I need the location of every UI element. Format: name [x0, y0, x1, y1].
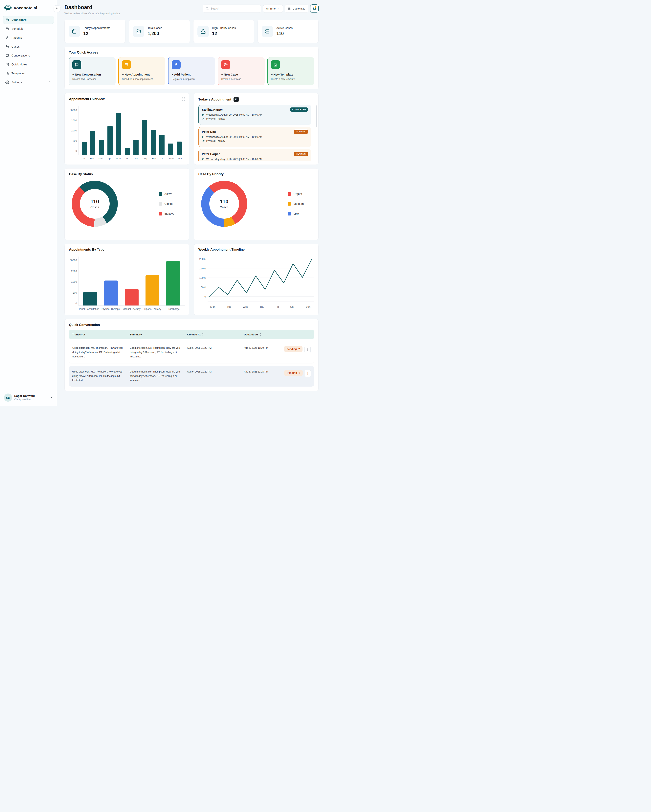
stat-card: Active Cases 110 — [258, 20, 319, 43]
y-tick-label: 0 — [204, 295, 206, 298]
calendar-icon — [122, 60, 131, 69]
weekly-timeline-card: Weekly Appointment Timeline 050%100%150%… — [194, 244, 319, 315]
gear-icon — [5, 81, 9, 84]
x-tick-label: Initial Consultation — [79, 307, 99, 311]
appointment-type: Physical Therapy — [206, 140, 226, 142]
sort-icon[interactable] — [202, 333, 204, 336]
scrollbar-thumb[interactable] — [316, 105, 317, 127]
quick-access-title-label: + Add Patient — [172, 73, 212, 76]
row-menu-button[interactable]: ⋮ — [305, 370, 311, 377]
chevron-down-icon — [277, 7, 280, 10]
bar — [177, 142, 182, 155]
avatar: SD — [4, 394, 12, 401]
appointment-type: Physical Therapy — [206, 118, 226, 120]
appointment-item[interactable]: Peter Harper PENDING Wednesday, August 2… — [198, 149, 311, 161]
row-menu-button[interactable]: ⋮ — [305, 346, 311, 353]
column-header[interactable]: Updated At — [244, 333, 281, 336]
sidebar-item-dashboard[interactable]: Dashboard — [3, 16, 54, 24]
bar — [99, 140, 104, 155]
search-input[interactable] — [210, 7, 258, 10]
quick-access-new-appointment[interactable]: + New Appointment Schedule a new appoint… — [118, 57, 165, 85]
sidebar-item-templates[interactable]: Templates — [3, 69, 54, 77]
app-logo-text: vocanote.ai — [14, 6, 37, 10]
customize-button[interactable]: Customize — [285, 5, 308, 13]
time-filter-select[interactable]: All Time — [263, 5, 283, 13]
legend-item: Closed — [159, 202, 174, 206]
line-chart-plot — [207, 257, 314, 303]
appointment-item[interactable]: Peter Doe PENDING Wednesday, August 20, … — [198, 127, 311, 147]
created-at-cell: Aug 6, 2025 11:20 PM — [187, 370, 244, 374]
appointment-count-badge: 12 — [233, 97, 239, 102]
chart-title: Case By Status — [69, 172, 185, 176]
sidebar-item-label: Quick Notes — [12, 63, 27, 66]
status-badge[interactable]: Pending ? — [284, 370, 303, 376]
bar-chart-plot — [78, 256, 185, 306]
quick-access-subtitle: Register a new patient — [172, 78, 212, 81]
bar — [166, 261, 180, 305]
legend-swatch — [288, 212, 291, 215]
patient-name: Peter Doe — [202, 130, 216, 133]
quick-access-add-patient[interactable]: + Add Patient Register a new patient — [168, 57, 215, 85]
status-badge: PENDING — [294, 130, 308, 134]
sort-icon[interactable] — [259, 333, 261, 336]
y-tick-label: 2000 — [71, 119, 77, 122]
stat-card: High Priority Cases 12 — [193, 20, 254, 43]
sidebar-item-cases[interactable]: Cases — [3, 43, 54, 50]
chat-icon — [5, 54, 9, 58]
legend-label: Inactive — [165, 212, 174, 215]
folder-open-icon — [133, 26, 144, 37]
legend-item: Low — [288, 212, 304, 215]
updated-at-cell: Aug 6, 2025 11:20 PM — [244, 370, 281, 374]
notifications-button[interactable] — [310, 5, 319, 13]
status-badge[interactable]: Pending ? — [284, 346, 302, 352]
y-tick-label: 2000 — [71, 269, 77, 272]
column-label: Transcript — [72, 333, 85, 336]
chart-title: Weekly Appointment Timeline — [198, 247, 314, 251]
quick-access-title-label: + New Template — [271, 73, 311, 76]
user-menu[interactable]: SD Sagar Daswani Clarity Health AI — [0, 390, 57, 406]
quick-access-subtitle: Create a new template — [271, 78, 311, 81]
drag-handle-icon[interactable] — [182, 97, 185, 101]
calendar-icon — [202, 113, 205, 116]
created-at-cell: Aug 6, 2025 11:20 PM — [187, 346, 244, 350]
x-tick-label: Sep — [149, 157, 158, 160]
server-icon — [262, 26, 273, 37]
help-icon: ? — [298, 348, 300, 351]
syringe-icon — [202, 140, 205, 142]
case-by-status-donut: 110 Cases — [72, 181, 118, 227]
status-badge: COMPLETED — [290, 107, 308, 111]
quick-access-new-template[interactable]: + New Template Create a new template — [267, 57, 314, 85]
stat-cards: Today's Appointments 12 Total Cases 1,20… — [64, 20, 319, 43]
appointment-item[interactable]: Stellina Harper COMPLETED Wednesday, Aug… — [198, 105, 311, 125]
case-by-status-card: Case By Status 110 Cases Active Closed I… — [64, 168, 189, 240]
x-tick-label: Feb — [87, 157, 96, 160]
quick-access-new-case[interactable]: + New Case Create a new case — [218, 57, 264, 85]
column-label: Updated At — [244, 333, 258, 336]
patient-name: Peter Harper — [202, 152, 220, 156]
bar — [133, 140, 139, 155]
y-axis: 050%100%150%200% — [198, 257, 207, 303]
chevron-right-icon — [49, 81, 51, 84]
transcript-cell: Good afternoon, Ms. Thompson. How are yo… — [72, 370, 130, 383]
sidebar-item-label: Schedule — [12, 27, 23, 31]
table-row: Good afternoon, Ms. Thompson. How are yo… — [69, 366, 314, 387]
sidebar-item-schedule[interactable]: Schedule — [3, 25, 54, 33]
legend-swatch — [159, 192, 162, 196]
x-tick-label: Sat — [290, 305, 294, 308]
donut-center-value: 110 — [90, 198, 99, 205]
sidebar-item-label: Templates — [12, 72, 24, 75]
quick-conversation-section: Quick Conversation Transcript Summary Cr… — [64, 319, 319, 391]
sidebar-collapse-button[interactable] — [54, 5, 60, 12]
x-tick-label: Jun — [123, 157, 132, 160]
sidebar-item-conversations[interactable]: Conversations — [3, 52, 54, 60]
bar — [151, 130, 156, 155]
sidebar-item-settings[interactable]: Settings — [3, 78, 54, 86]
sidebar-item-patients[interactable]: Patients — [3, 34, 54, 42]
appointment-datetime: Wednesday, August 20, 2025 | 9:00 AM - 1… — [206, 158, 262, 160]
y-axis: 02001000200050000 — [69, 256, 78, 306]
quick-access-new-conversation[interactable]: + New Conversation Record and Transcribe — [69, 57, 116, 85]
sidebar-nav: Dashboard Schedule Patients Cases Conver… — [0, 15, 57, 87]
sidebar-item-quick-notes[interactable]: Quick Notes — [3, 61, 54, 69]
column-header[interactable]: Created At — [187, 333, 244, 336]
status-label: Pending — [287, 348, 297, 351]
